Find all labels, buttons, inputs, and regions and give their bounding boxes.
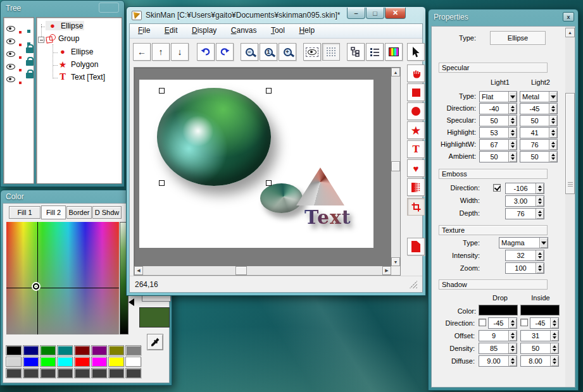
color-swatch[interactable] bbox=[6, 368, 22, 378]
list-panel-button[interactable] bbox=[366, 43, 384, 61]
inside-shadow-color-swatch[interactable] bbox=[520, 305, 560, 315]
scroll-right-button[interactable]: ▶ bbox=[382, 266, 391, 275]
tool-polygon[interactable]: ★ bbox=[407, 121, 425, 139]
tool-pan[interactable] bbox=[407, 64, 425, 82]
spinner[interactable] bbox=[536, 183, 544, 193]
visibility-eye-icon[interactable] bbox=[6, 61, 15, 72]
emboss-direction-checkbox[interactable] bbox=[493, 184, 501, 192]
spinner[interactable] bbox=[550, 331, 558, 341]
menu-display[interactable]: Display bbox=[186, 24, 222, 37]
flag-red-dot[interactable] bbox=[19, 75, 22, 87]
color-swatch[interactable] bbox=[57, 357, 73, 367]
flag-red-dot[interactable] bbox=[19, 25, 22, 36]
dropdown-arrow-icon[interactable] bbox=[549, 92, 557, 102]
color-picker-ring[interactable] bbox=[33, 283, 39, 290]
light1-ambient-input[interactable]: 50 bbox=[479, 151, 517, 162]
resize-grip[interactable] bbox=[410, 281, 417, 288]
visibility-eye-icon[interactable] bbox=[6, 23, 15, 34]
color-swatch[interactable] bbox=[108, 345, 124, 355]
menu-help[interactable]: Help bbox=[293, 24, 320, 37]
color-swatch[interactable] bbox=[125, 345, 141, 355]
properties-close-button[interactable]: x bbox=[563, 12, 574, 21]
hscroll-thumb[interactable] bbox=[235, 266, 247, 275]
canvas-text-object[interactable]: Text bbox=[304, 206, 351, 228]
grid-toggle-button[interactable] bbox=[322, 43, 340, 61]
tree-item-ellipse-child[interactable]: ● Ellipse bbox=[57, 47, 93, 56]
drop-direction-input[interactable]: -45 bbox=[488, 317, 517, 329]
emboss-width-input[interactable]: 3.00 bbox=[505, 195, 544, 207]
drop-shadow-color-swatch[interactable] bbox=[479, 305, 518, 315]
value-strip-marker[interactable] bbox=[129, 298, 134, 306]
redo-button[interactable] bbox=[216, 43, 234, 61]
color-swatch[interactable] bbox=[74, 357, 90, 367]
eyedropper-button[interactable] bbox=[147, 334, 163, 350]
color-swatch[interactable] bbox=[108, 368, 124, 378]
spinner[interactable] bbox=[508, 318, 517, 328]
drop-diffuse-input[interactable]: 9.00 bbox=[479, 355, 517, 367]
light1-type-select[interactable]: Flat bbox=[479, 91, 517, 102]
spinner[interactable] bbox=[549, 104, 557, 114]
tree-item-ellipse[interactable]: ● Ellipse bbox=[46, 21, 84, 30]
emboss-depth-input[interactable]: 76 bbox=[505, 208, 544, 219]
spinner[interactable] bbox=[508, 356, 517, 366]
zoom-actual-button[interactable]: 1 bbox=[260, 43, 277, 61]
move-back-button[interactable]: ← bbox=[133, 43, 151, 61]
tab-fill2[interactable]: Fill 2 bbox=[41, 205, 66, 219]
inside-direction-input[interactable]: -45 bbox=[530, 317, 559, 329]
inside-diffuse-input[interactable]: 8.00 bbox=[520, 355, 559, 367]
spinner[interactable] bbox=[508, 140, 517, 150]
spinner[interactable] bbox=[536, 196, 544, 206]
light2-type-select[interactable]: Metal bbox=[520, 91, 558, 102]
menu-tool[interactable]: Tool bbox=[265, 24, 291, 37]
tab-dshdw[interactable]: D Shdw bbox=[92, 206, 122, 219]
tree-window-close-button[interactable] bbox=[99, 3, 119, 13]
light2-highlightw-input[interactable]: 76 bbox=[520, 139, 558, 150]
light2-specular-input[interactable]: 50 bbox=[520, 115, 558, 126]
tool-heart[interactable]: ♥ bbox=[407, 159, 425, 177]
inside-offset-input[interactable]: 31 bbox=[520, 330, 559, 341]
tool-select[interactable] bbox=[407, 43, 425, 61]
dropdown-arrow-icon[interactable] bbox=[508, 92, 517, 102]
lock-icon[interactable] bbox=[26, 69, 34, 81]
new-page-button[interactable] bbox=[407, 238, 425, 255]
zoom-out-button[interactable]: − bbox=[241, 43, 258, 61]
color-swatch[interactable] bbox=[125, 368, 141, 378]
dropdown-arrow-icon[interactable] bbox=[539, 238, 548, 248]
menu-file[interactable]: File bbox=[132, 24, 156, 37]
preview-toggle-button[interactable] bbox=[303, 43, 321, 61]
tree-item-polygon[interactable]: ★ Polygon bbox=[57, 59, 98, 70]
light1-highlightw-input[interactable]: 67 bbox=[479, 139, 517, 150]
color-swatch[interactable] bbox=[40, 368, 56, 378]
scroll-up-button[interactable]: ▲ bbox=[391, 68, 400, 77]
color-swatch[interactable] bbox=[23, 368, 39, 378]
tab-fill1[interactable]: Fill 1 bbox=[9, 206, 41, 219]
spinner[interactable] bbox=[550, 356, 558, 366]
spinner[interactable] bbox=[549, 140, 557, 150]
lock-icon[interactable] bbox=[26, 56, 34, 68]
undo-button[interactable] bbox=[197, 43, 215, 61]
spinner[interactable] bbox=[549, 152, 557, 162]
texture-intensity-input[interactable]: 32 bbox=[505, 250, 544, 261]
color-swatch[interactable] bbox=[6, 357, 22, 367]
move-down-button[interactable]: ↓ bbox=[171, 43, 189, 61]
tool-ellipse[interactable] bbox=[407, 102, 425, 120]
color-field[interactable] bbox=[6, 222, 119, 334]
tool-rectangle[interactable] bbox=[407, 83, 425, 101]
light1-direction-input[interactable]: -40 bbox=[479, 103, 517, 114]
tree-window-titlebar[interactable]: Tree bbox=[1, 1, 124, 16]
emboss-direction-input[interactable]: -106 bbox=[505, 183, 544, 194]
texture-type-select[interactable]: Magma bbox=[499, 237, 548, 248]
scroll-left-button[interactable]: ◀ bbox=[134, 266, 143, 275]
spinner[interactable] bbox=[536, 209, 544, 219]
spinner[interactable] bbox=[550, 343, 558, 353]
color-swatch[interactable] bbox=[108, 357, 124, 367]
color-swatch[interactable] bbox=[23, 357, 39, 367]
canvas-vscrollbar[interactable]: ▲ ▼ bbox=[391, 68, 400, 266]
light2-ambient-input[interactable]: 50 bbox=[520, 151, 558, 162]
drop-direction-checkbox[interactable] bbox=[479, 319, 486, 326]
color-swatch[interactable] bbox=[6, 345, 22, 355]
light1-highlight-input[interactable]: 53 bbox=[479, 127, 517, 138]
color-swatch[interactable] bbox=[125, 357, 141, 367]
spinner[interactable] bbox=[549, 116, 557, 126]
selection-handle[interactable] bbox=[159, 88, 165, 94]
